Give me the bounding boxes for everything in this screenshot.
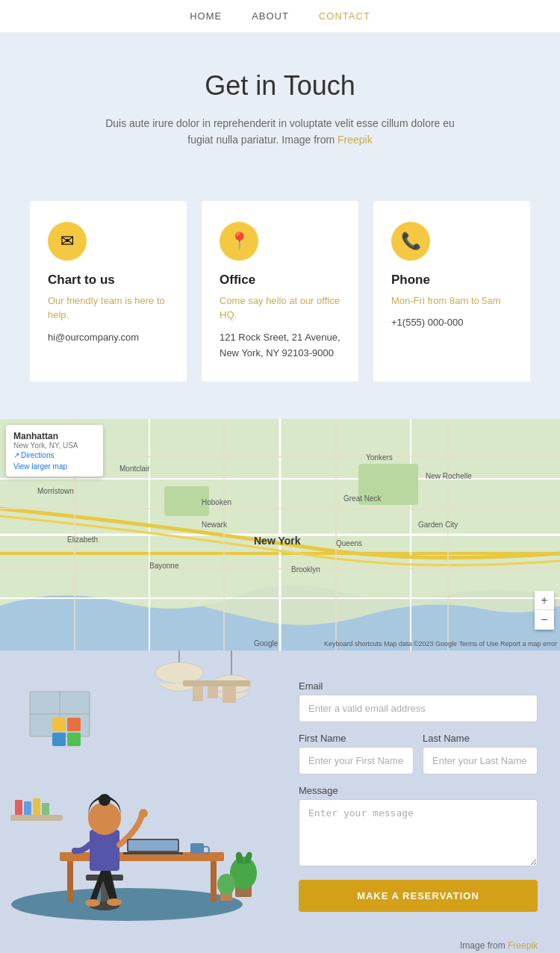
svg-text:Elizabeth: Elizabeth	[67, 536, 98, 544]
last-name-group: Last Name	[423, 733, 538, 774]
svg-text:Brooklyn: Brooklyn	[291, 565, 320, 574]
map-popup: Manhattan New York, NY, USA ↗ Directions…	[6, 425, 103, 476]
email-group: Email	[299, 680, 538, 722]
submit-button[interactable]: MAKE A RESERVATION	[299, 880, 538, 912]
svg-rect-48	[15, 800, 22, 815]
svg-text:Great Neck: Great Neck	[343, 494, 382, 503]
card-chat: ✉ Chart to us Our friendly team is here …	[30, 201, 187, 382]
svg-rect-67	[123, 852, 183, 854]
svg-rect-45	[52, 733, 66, 746]
svg-point-59	[85, 899, 100, 907]
message-textarea[interactable]	[299, 799, 538, 866]
svg-point-60	[107, 898, 122, 906]
chat-icon: ✉	[48, 222, 87, 261]
phone-icon: 📞	[391, 222, 430, 261]
svg-text:Google: Google	[254, 639, 279, 648]
map-attribution: Keyboard shortcuts Map data ©2023 Google…	[324, 640, 557, 648]
location-icon: 📍	[220, 222, 258, 261]
last-name-input[interactable]	[423, 747, 538, 774]
cards-row: ✉ Chart to us Our friendly team is here …	[30, 201, 530, 382]
svg-text:Hoboken: Hoboken	[202, 498, 231, 506]
svg-point-63	[99, 794, 111, 806]
cards-section: ✉ Chart to us Our friendly team is here …	[0, 179, 560, 420]
form-right: Email First Name Last Name Message MAKE …	[284, 651, 560, 934]
card-office: 📍 Office Come say hello at our office HQ…	[202, 201, 358, 382]
card-subtitle: Our friendly team is here to help.	[48, 294, 169, 323]
svg-point-52	[11, 888, 243, 921]
svg-point-62	[88, 802, 121, 835]
card-phone: 📞 Phone Mon-Fri from 8am to 5am +1(555) …	[373, 201, 530, 382]
first-name-group: First Name	[299, 733, 414, 774]
last-name-label: Last Name	[423, 733, 538, 744]
svg-text:New Rochelle: New Rochelle	[426, 472, 472, 480]
zoom-out-button[interactable]: −	[535, 610, 554, 630]
svg-rect-68	[190, 843, 204, 854]
svg-text:Queens: Queens	[336, 539, 362, 547]
form-section: Email First Name Last Name Message MAKE …	[0, 651, 560, 934]
svg-rect-50	[33, 798, 40, 815]
page-title: Get in Touch	[30, 70, 530, 102]
freepik-link-form[interactable]: Freepik	[508, 940, 538, 951]
nav-home[interactable]: HOME	[190, 10, 222, 22]
svg-text:Garden City: Garden City	[418, 521, 458, 529]
image-credit: Image from Freepik	[0, 934, 560, 953]
hero-section: Get in Touch Duis aute irure dolor in re…	[0, 33, 560, 179]
svg-point-33	[155, 662, 203, 683]
svg-text:Morristown: Morristown	[37, 487, 74, 495]
larger-map-link[interactable]: View larger map	[13, 462, 96, 471]
form-illustration	[0, 651, 284, 934]
card-title: Chart to us	[48, 273, 169, 288]
svg-rect-54	[67, 861, 73, 902]
svg-rect-46	[67, 733, 81, 746]
svg-rect-39	[223, 686, 236, 703]
card-detail: +1(555) 000-000	[391, 315, 512, 331]
nav-about[interactable]: ABOUT	[252, 10, 289, 22]
email-input[interactable]	[299, 695, 538, 722]
svg-text:Montclair: Montclair	[119, 465, 150, 473]
svg-rect-37	[193, 686, 203, 701]
card-detail: hi@ourcompany.com	[48, 330, 169, 346]
svg-text:Yonkers: Yonkers	[366, 453, 393, 462]
svg-rect-36	[183, 680, 250, 686]
map-location-title: Manhattan	[13, 431, 96, 441]
illustration-svg	[0, 651, 284, 927]
freepik-link[interactable]: Freepik	[337, 134, 373, 146]
svg-rect-55	[211, 861, 217, 902]
first-name-label: First Name	[299, 733, 414, 744]
map-location-sub: New York, NY, USA	[13, 441, 96, 450]
card-subtitle: Come say hello at our office HQ.	[220, 294, 340, 323]
hero-description: Duis aute irure dolor in reprehenderit i…	[101, 115, 459, 149]
svg-text:Newark: Newark	[202, 521, 228, 529]
svg-rect-49	[24, 801, 31, 815]
message-group: Message	[299, 785, 538, 866]
map-zoom-controls: + −	[535, 591, 554, 630]
svg-point-64	[139, 809, 148, 818]
svg-rect-38	[208, 686, 218, 698]
svg-point-72	[217, 874, 235, 895]
card-detail: 121 Rock Sreet, 21 Avenue,New York, NY 9…	[220, 330, 340, 361]
svg-text:New York: New York	[254, 535, 301, 547]
svg-rect-43	[52, 718, 66, 731]
card-title: Office	[220, 273, 340, 288]
email-label: Email	[299, 680, 538, 692]
message-label: Message	[299, 785, 538, 796]
svg-rect-66	[128, 840, 178, 851]
svg-rect-47	[10, 815, 63, 821]
card-subtitle: Mon-Fri from 8am to 5am	[391, 294, 512, 308]
svg-rect-44	[67, 718, 81, 731]
first-name-input[interactable]	[299, 747, 414, 774]
directions-button[interactable]: ↗ Directions	[13, 451, 54, 459]
nav-contact[interactable]: CONTACT	[319, 10, 370, 22]
svg-text:Bayonne: Bayonne	[149, 562, 179, 570]
svg-rect-61	[90, 830, 119, 871]
directions-icon: ↗	[13, 451, 19, 459]
svg-rect-51	[42, 803, 49, 815]
map-section: New York Morristown Montclair Hoboken Ne…	[0, 419, 560, 651]
navigation: HOME ABOUT CONTACT	[0, 0, 560, 33]
map-placeholder: New York Morristown Montclair Hoboken Ne…	[0, 419, 560, 651]
card-title: Phone	[391, 273, 512, 288]
name-row: First Name Last Name	[299, 733, 538, 774]
zoom-in-button[interactable]: +	[535, 591, 554, 610]
